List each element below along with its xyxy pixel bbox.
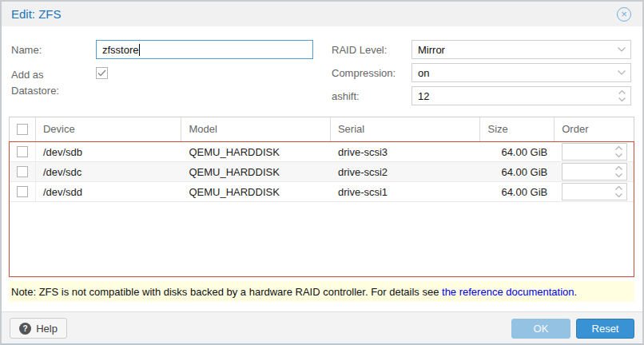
- cell-size: 64.00 GiB: [480, 182, 555, 201]
- add-datastore-checkbox[interactable]: [96, 67, 108, 79]
- reference-documentation-link[interactable]: the reference documentation: [442, 286, 574, 298]
- spinner-down-icon[interactable]: [614, 192, 623, 198]
- dialog-titlebar: Edit: ZFS: [2, 2, 642, 26]
- spinner-up-icon[interactable]: [614, 165, 623, 171]
- add-datastore-label: Add as Datastore:: [11, 67, 85, 99]
- help-button[interactable]: ? Help: [10, 318, 67, 339]
- ashift-spinner[interactable]: 12: [411, 86, 631, 105]
- chevron-down-icon[interactable]: [614, 46, 626, 53]
- row-checkbox-cell: [10, 162, 36, 181]
- cell-order: [555, 182, 634, 201]
- cell-model: QEMU_HARDDISK: [181, 142, 331, 161]
- spinner-down-icon[interactable]: [614, 172, 623, 178]
- close-icon[interactable]: ×: [617, 7, 631, 22]
- text-caret: [139, 44, 140, 56]
- raid-level-select[interactable]: Mirror: [411, 40, 631, 59]
- spinner-up-icon[interactable]: [614, 145, 623, 151]
- raid-level-value: Mirror: [418, 44, 614, 56]
- order-spinner[interactable]: [562, 163, 627, 180]
- cell-device: /dev/sdc: [36, 162, 182, 181]
- row-checkbox-cell: [10, 142, 36, 161]
- dialog-footer: ? Help OK Reset: [2, 311, 642, 343]
- chevron-down-icon[interactable]: [614, 69, 626, 76]
- disk-grid-header: Device Model Serial Size Order: [9, 117, 634, 141]
- column-header-size[interactable]: Size: [480, 117, 555, 141]
- help-button-label: Help: [36, 323, 58, 335]
- column-header-model[interactable]: Model: [181, 117, 331, 141]
- ashift-value: 12: [418, 90, 614, 102]
- note-text: Note: ZFS is not compatible with disks b…: [11, 286, 442, 298]
- reset-button[interactable]: Reset: [576, 319, 634, 339]
- row-checkbox[interactable]: [17, 146, 28, 157]
- spinner-down-icon[interactable]: [618, 97, 626, 102]
- spinner-up-icon[interactable]: [614, 185, 623, 191]
- cell-order: [555, 162, 634, 181]
- name-input-value: zfsstore: [102, 44, 139, 56]
- name-label: Name:: [11, 44, 42, 57]
- row-checkbox[interactable]: [17, 166, 28, 177]
- cell-size: 64.00 GiB: [480, 162, 555, 181]
- raid-level-label: RAID Level:: [332, 44, 387, 57]
- column-header-device[interactable]: Device: [36, 117, 182, 141]
- cell-model: QEMU_HARDDISK: [181, 162, 331, 181]
- name-input[interactable]: zfsstore: [96, 40, 313, 59]
- cell-device: /dev/sdb: [36, 142, 182, 161]
- ok-button[interactable]: OK: [511, 319, 570, 339]
- column-header-serial[interactable]: Serial: [331, 117, 481, 141]
- table-row[interactable]: /dev/sdb QEMU_HARDDISK drive-scsi3 64.00…: [10, 142, 634, 162]
- spinner-down-icon[interactable]: [614, 153, 623, 158]
- compression-value: on: [418, 67, 614, 79]
- column-header-order[interactable]: Order: [555, 117, 634, 141]
- cell-serial: drive-scsi2: [331, 162, 481, 181]
- spinner-up-icon[interactable]: [618, 89, 626, 95]
- cell-order: [555, 142, 634, 161]
- cell-model: QEMU_HARDDISK: [181, 182, 331, 201]
- order-spinner[interactable]: [562, 183, 627, 200]
- compression-select[interactable]: on: [411, 63, 631, 82]
- table-row[interactable]: /dev/sdc QEMU_HARDDISK drive-scsi2 64.00…: [10, 162, 634, 182]
- dialog-title: Edit: ZFS: [11, 2, 62, 26]
- ashift-label: ashift:: [332, 90, 360, 103]
- disk-grid: Device Model Serial Size Order /dev/sdb …: [9, 117, 634, 277]
- select-all-checkbox[interactable]: [17, 124, 28, 135]
- order-spinner[interactable]: [562, 143, 627, 161]
- cell-serial: drive-scsi3: [331, 142, 481, 161]
- checkmark-icon: [97, 69, 106, 77]
- question-mark-icon: ?: [19, 323, 31, 335]
- row-checkbox-cell: [10, 182, 36, 201]
- select-all-cell: [10, 117, 36, 141]
- disk-grid-body: /dev/sdb QEMU_HARDDISK drive-scsi3 64.00…: [9, 141, 634, 277]
- note-bar: Note: ZFS is not compatible with disks b…: [9, 281, 634, 302]
- compression-label: Compression:: [332, 67, 396, 80]
- cell-size: 64.00 GiB: [480, 142, 555, 161]
- cell-device: /dev/sdd: [36, 182, 182, 201]
- table-row[interactable]: /dev/sdd QEMU_HARDDISK drive-scsi1 64.00…: [10, 182, 634, 202]
- row-checkbox[interactable]: [17, 186, 28, 197]
- cell-serial: drive-scsi1: [331, 182, 481, 201]
- note-text-suffix: .: [574, 286, 578, 298]
